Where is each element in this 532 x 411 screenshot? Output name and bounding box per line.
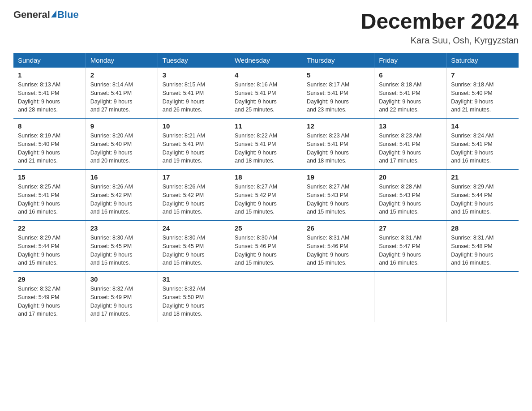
day-number: 11	[235, 122, 297, 130]
logo-general-text: General	[13, 9, 50, 21]
table-row: 26 Sunrise: 8:31 AM Sunset: 5:46 PM Dayl…	[302, 220, 374, 271]
day-info: Sunrise: 8:27 AM Sunset: 5:42 PM Dayligh…	[235, 183, 297, 216]
day-info: Sunrise: 8:26 AM Sunset: 5:42 PM Dayligh…	[163, 183, 225, 216]
calendar-week-row: 29 Sunrise: 8:32 AM Sunset: 5:49 PM Dayl…	[13, 271, 519, 322]
day-info: Sunrise: 8:18 AM Sunset: 5:40 PM Dayligh…	[451, 81, 514, 114]
calendar-week-row: 1 Sunrise: 8:13 AM Sunset: 5:41 PM Dayli…	[13, 68, 519, 118]
day-number: 18	[235, 173, 297, 181]
day-info: Sunrise: 8:21 AM Sunset: 5:41 PM Dayligh…	[163, 132, 225, 165]
logo: General Blue	[13, 9, 79, 21]
day-number: 14	[451, 122, 514, 130]
day-info: Sunrise: 8:22 AM Sunset: 5:41 PM Dayligh…	[235, 132, 297, 165]
logo-triangle-icon	[51, 10, 56, 17]
location-text: Kara Suu, Osh, Kyrgyzstan	[361, 35, 519, 46]
table-row: 17 Sunrise: 8:26 AM Sunset: 5:42 PM Dayl…	[158, 169, 230, 220]
day-info: Sunrise: 8:29 AM Sunset: 5:44 PM Dayligh…	[18, 234, 81, 267]
day-number: 3	[163, 71, 225, 79]
day-number: 20	[379, 173, 442, 181]
day-info: Sunrise: 8:26 AM Sunset: 5:42 PM Dayligh…	[90, 183, 153, 216]
day-number: 22	[18, 224, 81, 232]
table-row: 25 Sunrise: 8:30 AM Sunset: 5:46 PM Dayl…	[230, 220, 302, 271]
calendar-week-row: 15 Sunrise: 8:25 AM Sunset: 5:41 PM Dayl…	[13, 169, 519, 220]
day-info: Sunrise: 8:30 AM Sunset: 5:45 PM Dayligh…	[90, 234, 153, 267]
table-row: 16 Sunrise: 8:26 AM Sunset: 5:42 PM Dayl…	[86, 169, 158, 220]
col-tuesday: Tuesday	[158, 53, 230, 68]
calendar-week-row: 22 Sunrise: 8:29 AM Sunset: 5:44 PM Dayl…	[13, 220, 519, 271]
day-info: Sunrise: 8:20 AM Sunset: 5:40 PM Dayligh…	[90, 132, 153, 165]
day-number: 31	[163, 275, 225, 283]
day-info: Sunrise: 8:32 AM Sunset: 5:50 PM Dayligh…	[163, 285, 225, 318]
day-info: Sunrise: 8:31 AM Sunset: 5:46 PM Dayligh…	[307, 234, 369, 267]
table-row: 23 Sunrise: 8:30 AM Sunset: 5:45 PM Dayl…	[86, 220, 158, 271]
day-number: 13	[379, 122, 442, 130]
day-number: 10	[163, 122, 225, 130]
day-info: Sunrise: 8:13 AM Sunset: 5:41 PM Dayligh…	[18, 81, 81, 114]
day-number: 12	[307, 122, 369, 130]
day-number: 19	[307, 173, 369, 181]
day-info: Sunrise: 8:16 AM Sunset: 5:41 PM Dayligh…	[235, 81, 297, 114]
day-number: 29	[18, 275, 81, 283]
calendar-header-row: Sunday Monday Tuesday Wednesday Thursday…	[13, 53, 519, 68]
table-row: 9 Sunrise: 8:20 AM Sunset: 5:40 PM Dayli…	[86, 118, 158, 169]
day-info: Sunrise: 8:29 AM Sunset: 5:44 PM Dayligh…	[451, 183, 514, 216]
col-friday: Friday	[374, 53, 446, 68]
table-row: 29 Sunrise: 8:32 AM Sunset: 5:49 PM Dayl…	[13, 271, 86, 322]
day-number: 8	[18, 122, 81, 130]
table-row: 13 Sunrise: 8:23 AM Sunset: 5:41 PM Dayl…	[374, 118, 446, 169]
table-row: 2 Sunrise: 8:14 AM Sunset: 5:41 PM Dayli…	[86, 68, 158, 118]
day-info: Sunrise: 8:31 AM Sunset: 5:47 PM Dayligh…	[379, 234, 442, 267]
table-row: 7 Sunrise: 8:18 AM Sunset: 5:40 PM Dayli…	[446, 68, 519, 118]
col-saturday: Saturday	[446, 53, 519, 68]
day-info: Sunrise: 8:28 AM Sunset: 5:43 PM Dayligh…	[379, 183, 442, 216]
day-info: Sunrise: 8:14 AM Sunset: 5:41 PM Dayligh…	[90, 81, 153, 114]
table-row	[230, 271, 302, 322]
table-row	[446, 271, 519, 322]
table-row: 8 Sunrise: 8:19 AM Sunset: 5:40 PM Dayli…	[13, 118, 86, 169]
day-info: Sunrise: 8:18 AM Sunset: 5:41 PM Dayligh…	[379, 81, 442, 114]
day-number: 15	[18, 173, 81, 181]
day-info: Sunrise: 8:31 AM Sunset: 5:48 PM Dayligh…	[451, 234, 514, 267]
day-info: Sunrise: 8:23 AM Sunset: 5:41 PM Dayligh…	[379, 132, 442, 165]
day-number: 24	[163, 224, 225, 232]
table-row	[302, 271, 374, 322]
day-number: 30	[90, 275, 153, 283]
day-number: 9	[90, 122, 153, 130]
day-number: 16	[90, 173, 153, 181]
table-row: 10 Sunrise: 8:21 AM Sunset: 5:41 PM Dayl…	[158, 118, 230, 169]
table-row: 6 Sunrise: 8:18 AM Sunset: 5:41 PM Dayli…	[374, 68, 446, 118]
day-number: 26	[307, 224, 369, 232]
table-row: 27 Sunrise: 8:31 AM Sunset: 5:47 PM Dayl…	[374, 220, 446, 271]
calendar-table: Sunday Monday Tuesday Wednesday Thursday…	[13, 53, 519, 322]
day-info: Sunrise: 8:27 AM Sunset: 5:43 PM Dayligh…	[307, 183, 369, 216]
day-number: 5	[307, 71, 369, 79]
day-number: 27	[379, 224, 442, 232]
header: General Blue December 2024 Kara Suu, Osh…	[13, 9, 519, 46]
day-number: 17	[163, 173, 225, 181]
title-area: December 2024 Kara Suu, Osh, Kyrgyzstan	[361, 9, 519, 46]
day-info: Sunrise: 8:32 AM Sunset: 5:49 PM Dayligh…	[90, 285, 153, 318]
day-info: Sunrise: 8:17 AM Sunset: 5:41 PM Dayligh…	[307, 81, 369, 114]
table-row: 19 Sunrise: 8:27 AM Sunset: 5:43 PM Dayl…	[302, 169, 374, 220]
calendar-week-row: 8 Sunrise: 8:19 AM Sunset: 5:40 PM Dayli…	[13, 118, 519, 169]
table-row: 24 Sunrise: 8:30 AM Sunset: 5:45 PM Dayl…	[158, 220, 230, 271]
table-row: 1 Sunrise: 8:13 AM Sunset: 5:41 PM Dayli…	[13, 68, 86, 118]
table-row: 28 Sunrise: 8:31 AM Sunset: 5:48 PM Dayl…	[446, 220, 519, 271]
day-number: 2	[90, 71, 153, 79]
col-sunday: Sunday	[13, 53, 86, 68]
day-info: Sunrise: 8:19 AM Sunset: 5:40 PM Dayligh…	[18, 132, 81, 165]
day-number: 25	[235, 224, 297, 232]
day-number: 7	[451, 71, 514, 79]
table-row: 11 Sunrise: 8:22 AM Sunset: 5:41 PM Dayl…	[230, 118, 302, 169]
table-row: 12 Sunrise: 8:23 AM Sunset: 5:41 PM Dayl…	[302, 118, 374, 169]
day-info: Sunrise: 8:25 AM Sunset: 5:41 PM Dayligh…	[18, 183, 81, 216]
col-wednesday: Wednesday	[230, 53, 302, 68]
logo-blue-text: Blue	[57, 9, 79, 21]
day-number: 6	[379, 71, 442, 79]
day-info: Sunrise: 8:32 AM Sunset: 5:49 PM Dayligh…	[18, 285, 81, 318]
day-number: 1	[18, 71, 81, 79]
table-row: 20 Sunrise: 8:28 AM Sunset: 5:43 PM Dayl…	[374, 169, 446, 220]
table-row: 3 Sunrise: 8:15 AM Sunset: 5:41 PM Dayli…	[158, 68, 230, 118]
table-row: 14 Sunrise: 8:24 AM Sunset: 5:41 PM Dayl…	[446, 118, 519, 169]
day-info: Sunrise: 8:24 AM Sunset: 5:41 PM Dayligh…	[451, 132, 514, 165]
table-row: 30 Sunrise: 8:32 AM Sunset: 5:49 PM Dayl…	[86, 271, 158, 322]
